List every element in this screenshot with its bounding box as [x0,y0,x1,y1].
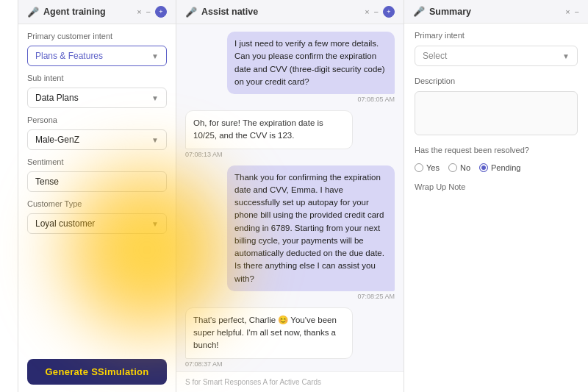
agent-training-title: Agent training [43,7,132,17]
primary-intent-section: Primary customer intent Plans & Features… [27,32,167,66]
assist-native-header: 🎤 Assist native × − + [176,0,404,24]
primary-intent-value: Plans & Features [35,51,103,61]
radio-circle-yes [415,163,423,172]
summary-panel: 🎤 Summary × − Primary intent Select ▼ De… [404,0,588,392]
assist-close-icon[interactable]: × [365,7,369,16]
chevron-down-icon-2: ▼ [151,94,159,102]
close-icon[interactable]: × [137,7,141,16]
summary-description-section: Description [415,76,578,135]
chat-footer-hint: S for Smart Responses A for Active Cards [185,378,395,386]
assist-add-icon[interactable]: + [383,6,395,18]
sub-intent-section: Sub intent Data Plans ▼ [27,74,167,108]
message-container-4: That's perfect, Charlie 😊 You've been su… [185,307,395,368]
message-container-3: Thank you for confirming the expiration … [185,165,395,300]
radio-circle-no [448,163,457,172]
sub-intent-value: Data Plans [35,93,79,103]
customer-type-value: Loyal customer [35,218,95,229]
chevron-down-icon-3: ▼ [151,136,159,144]
wrap-up-label: Wrap Up Note [415,182,578,191]
minimize-icon[interactable]: − [146,7,151,16]
message-container-1: I just need to verify a few more details… [185,32,395,103]
summary-minus-icon[interactable]: − [575,7,579,16]
user-message-1: Oh, for sure! The expiration date is 10/… [185,110,353,149]
sentiment-label: Sentiment [27,157,167,166]
mic-icon: 🎤 [27,7,39,18]
summary-intent-label: Primary intent [415,31,578,40]
message-time-3: 07:08:25 AM [357,293,395,300]
sentiment-dropdown[interactable]: Tense [27,171,167,192]
agent-message-1: I just need to verify a few more details… [227,32,395,94]
agent-training-body: Primary customer intent Plans & Features… [18,24,176,392]
customer-type-section: Customer Type Loyal customer ▼ [27,199,167,234]
message-time-1: 07:08:05 AM [357,96,395,103]
summary-mic-icon: 🎤 [413,6,425,17]
user-message-2: That's perfect, Charlie 😊 You've been su… [185,307,353,359]
message-container-2: Oh, for sure! The expiration date is 10/… [185,110,395,158]
radio-group: Yes No Pending [415,163,578,172]
sub-intent-label: Sub intent [27,74,167,82]
summary-body: Primary intent Select ▼ Description Has … [404,24,588,199]
summary-select-placeholder: Select [423,51,447,61]
agent-training-header: 🎤 Agent training × − + [18,0,176,24]
customer-type-dropdown[interactable]: Loyal customer ▼ [27,213,167,234]
summary-chevron-icon: ▼ [562,52,570,60]
agent-message-2: Thank you for confirming the expiration … [227,165,395,291]
summary-description-box[interactable] [415,91,578,135]
sentiment-value: Tense [35,177,59,187]
chat-messages: I just need to verify a few more details… [176,24,404,371]
sub-intent-dropdown[interactable]: Data Plans ▼ [27,88,167,108]
assist-native-title: Assist native [201,7,360,17]
resolved-label: Has the request been resolved? [415,146,578,154]
radio-pending[interactable]: Pending [479,163,520,172]
resolved-section: Has the request been resolved? Yes No Pe… [415,146,578,172]
sentiment-section: Sentiment Tense [27,157,167,192]
customer-type-label: Customer Type [27,199,167,208]
agent-training-panel: 🎤 Agent training × − + Primary customer … [18,0,176,392]
primary-intent-label: Primary customer intent [27,32,167,40]
summary-title: Summary [429,7,561,17]
summary-header: 🎤 Summary × − [404,0,588,24]
chat-footer: S for Smart Responses A for Active Cards [176,371,404,392]
message-time-4: 07:08:37 AM [185,360,223,368]
chevron-down-icon-4: ▼ [151,220,159,228]
radio-circle-pending [479,163,488,172]
summary-intent-section: Primary intent Select ▼ [415,31,578,66]
radio-pending-label: Pending [491,163,520,172]
radio-no-label: No [460,163,470,172]
add-icon[interactable]: + [155,6,167,18]
persona-section: Persona Male-GenZ ▼ [27,115,167,150]
assist-minimize-icon[interactable]: − [374,7,379,16]
assist-native-panel: 🎤 Assist native × − + I just need to ver… [176,0,404,392]
generate-simulation-button[interactable]: Generate SSimulation [27,359,167,385]
primary-intent-dropdown[interactable]: Plans & Features ▼ [27,46,167,66]
summary-description-label: Description [415,76,578,85]
summary-intent-select[interactable]: Select ▼ [415,46,578,66]
persona-value: Male-GenZ [35,135,79,145]
wrap-up-section: Wrap Up Note [415,182,578,191]
persona-dropdown[interactable]: Male-GenZ ▼ [27,129,167,150]
radio-yes[interactable]: Yes [415,163,440,172]
radio-no[interactable]: No [448,163,470,172]
truncated-panel [0,0,18,392]
message-time-2: 07:08:13 AM [185,151,223,158]
assist-mic-icon: 🎤 [185,7,197,18]
chevron-down-icon: ▼ [151,52,159,60]
summary-close-icon[interactable]: × [565,7,570,16]
persona-label: Persona [27,115,167,124]
radio-yes-label: Yes [426,163,440,172]
